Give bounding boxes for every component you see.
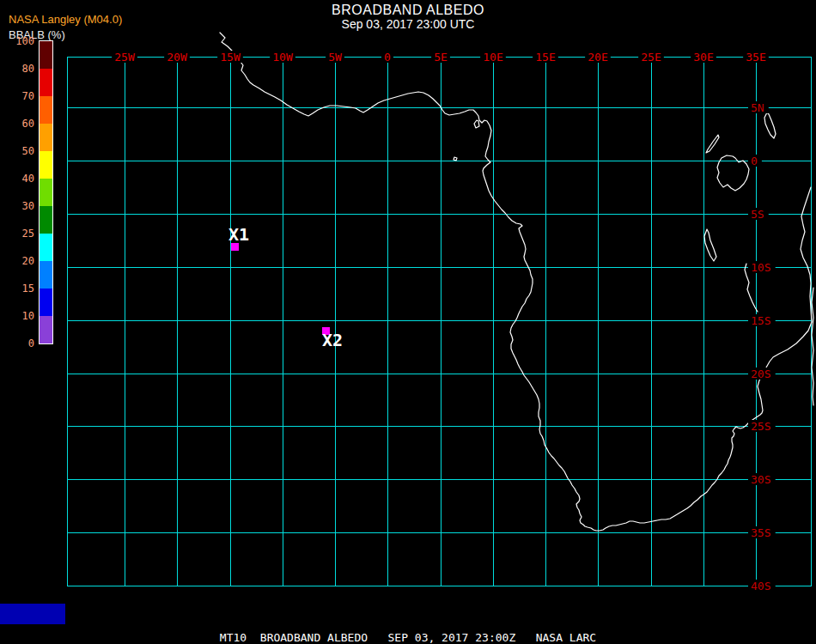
lon-label: 15E — [535, 51, 555, 64]
lon-label: 25E — [641, 51, 661, 64]
bottom-left-color-block — [0, 604, 65, 624]
lon-label: 20E — [588, 51, 607, 64]
lat-label: 10S — [751, 261, 770, 274]
lat-label: 0 — [751, 155, 758, 167]
footer-caption: MT10 BROADBAND ALBEDO SEP 03, 2017 23:00… — [0, 631, 816, 644]
lon-label: 15W — [220, 51, 241, 64]
lon-label: 10E — [483, 51, 502, 64]
lake-tanganyika — [704, 229, 716, 261]
lon-label: 20W — [167, 51, 187, 64]
sao-tome-island — [454, 157, 457, 161]
lat-label: 25S — [751, 420, 770, 433]
lon-label: 5W — [328, 51, 342, 64]
lat-label: 20S — [751, 368, 770, 380]
lat-label: 30S — [751, 473, 770, 486]
lon-label: 5E — [434, 51, 448, 64]
lon-label: 0 — [384, 51, 391, 64]
map-border — [68, 58, 812, 586]
lat-label: 40S — [751, 580, 770, 592]
lon-label: 25W — [114, 51, 135, 64]
lake-albert — [706, 135, 719, 153]
lon-label: 35E — [746, 51, 765, 64]
map-svg: 25W20W15W10W5W05E10E15E20E25E30E35E5N05S… — [0, 0, 816, 644]
bioko-island — [474, 120, 479, 128]
lon-label: 10W — [272, 51, 293, 64]
marker-label-x2: X2 — [322, 330, 343, 350]
lake-turkana — [764, 112, 776, 138]
lat-label: 5S — [751, 208, 764, 221]
lat-label: 15S — [751, 314, 770, 327]
lat-label: 35S — [751, 526, 770, 539]
albedo-plot-canvas: BROADBAND ALBEDO Sep 03, 2017 23:00 UTC … — [0, 0, 816, 644]
marker-label-x1: X1 — [228, 224, 249, 245]
lat-label: 5N — [751, 101, 764, 114]
lon-label: 30E — [693, 51, 713, 64]
madagascar-west-edge — [812, 288, 813, 405]
